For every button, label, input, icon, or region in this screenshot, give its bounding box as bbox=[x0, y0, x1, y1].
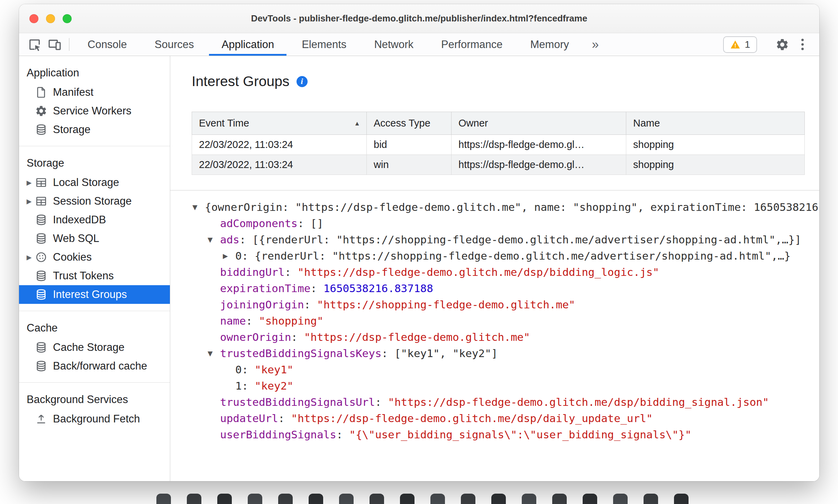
table-row[interactable]: 22/03/2022, 11:03:24winhttps://dsp-fledg… bbox=[192, 155, 805, 175]
expand-icon[interactable]: ▶ bbox=[23, 253, 35, 261]
dock-icon[interactable] bbox=[674, 494, 689, 504]
sidebar-item-service-workers[interactable]: Service Workers bbox=[19, 102, 170, 120]
sidebar-item-manifest[interactable]: Manifest bbox=[19, 83, 170, 102]
collapse-icon[interactable]: ▼ bbox=[208, 349, 220, 357]
tree-line: 0: "key1" bbox=[192, 361, 819, 377]
dock-icon[interactable] bbox=[156, 494, 171, 504]
sidebar-section-header-background-services[interactable]: Background Services bbox=[19, 390, 170, 410]
table-header-row: Event Time▲Access TypeOwnerName bbox=[192, 112, 805, 135]
sidebar-item-label: Local Storage bbox=[53, 176, 119, 189]
issues-badge[interactable]: 1 bbox=[723, 36, 757, 53]
dock-icon[interactable] bbox=[491, 494, 506, 504]
minimize-button[interactable] bbox=[46, 14, 55, 23]
column-header-event-time[interactable]: Event Time▲ bbox=[192, 112, 367, 135]
sidebar-item-label: Back/forward cache bbox=[53, 360, 147, 372]
sidebar-item-cache-storage[interactable]: Cache Storage bbox=[19, 338, 170, 357]
expand-icon[interactable]: ▶ bbox=[223, 252, 235, 260]
tab-application[interactable]: Application bbox=[208, 33, 288, 56]
menu-button[interactable] bbox=[792, 39, 812, 50]
sidebar-item-session-storage[interactable]: ▶Session Storage bbox=[19, 192, 170, 211]
column-header-name[interactable]: Name bbox=[626, 112, 805, 135]
tab-performance[interactable]: Performance bbox=[427, 33, 516, 56]
dock-icon[interactable] bbox=[187, 494, 201, 504]
dock-icon[interactable] bbox=[248, 494, 262, 504]
sidebar-section-background-services: Background ServicesBackground Fetch bbox=[19, 382, 170, 435]
tree-segment-plain: : ["key1", "key2"] bbox=[382, 347, 498, 360]
more-tabs-button[interactable]: » bbox=[583, 33, 608, 56]
dock-icon[interactable] bbox=[400, 494, 415, 504]
sidebar-section-application: ApplicationManifestService WorkersStorag… bbox=[19, 56, 170, 146]
sidebar-item-storage[interactable]: Storage bbox=[19, 120, 170, 139]
close-button[interactable] bbox=[29, 14, 38, 23]
tree-segment-plain: : bbox=[375, 396, 388, 408]
toolbar-right: 1 bbox=[723, 33, 819, 56]
tree-line: ownerOrigin: "https://dsp-fledge-demo.gl… bbox=[192, 329, 819, 345]
tree-segment-string: "key2" bbox=[255, 380, 293, 392]
tree-segment-plain: {ownerOrigin: "https://dsp-fledge-demo.g… bbox=[205, 201, 819, 213]
sidebar-item-local-storage[interactable]: ▶Local Storage bbox=[19, 173, 170, 192]
sidebar-item-cookies[interactable]: ▶Cookies bbox=[19, 248, 170, 267]
tree-line: ▶0: {renderUrl: "https://shopping-fledge… bbox=[192, 248, 819, 264]
application-sidebar: ApplicationManifestService WorkersStorag… bbox=[19, 56, 170, 481]
zoom-button[interactable] bbox=[63, 14, 72, 23]
dock-icon[interactable] bbox=[370, 494, 384, 504]
info-icon[interactable]: i bbox=[297, 76, 308, 87]
tab-elements[interactable]: Elements bbox=[288, 33, 360, 56]
page-title-text: Interest Groups bbox=[192, 73, 290, 90]
tab-network[interactable]: Network bbox=[360, 33, 427, 56]
column-header-access-type[interactable]: Access Type bbox=[367, 112, 452, 135]
collapse-icon[interactable]: ▼ bbox=[208, 236, 220, 243]
tab-memory[interactable]: Memory bbox=[517, 33, 583, 56]
sidebar-item-web-sql[interactable]: Web SQL bbox=[19, 229, 170, 248]
dock-icon[interactable] bbox=[278, 494, 293, 504]
dock-icon[interactable] bbox=[613, 494, 628, 504]
cell-owner: https://dsp-fledge-demo.gl… bbox=[452, 155, 626, 175]
tree-segment-key: trustedBiddingSignalsKeys bbox=[220, 347, 382, 360]
dock-icon[interactable] bbox=[430, 494, 445, 504]
column-header-owner[interactable]: Owner bbox=[452, 112, 626, 135]
cell-name: shopping bbox=[626, 155, 805, 175]
tree-segment-plain: : [{renderUrl: "https://shopping-fledge-… bbox=[239, 233, 801, 246]
sidebar-item-indexeddb[interactable]: IndexedDB bbox=[19, 211, 170, 229]
sidebar-item-label: Web SQL bbox=[53, 232, 99, 245]
table-icon bbox=[35, 176, 47, 189]
column-label: Access Type bbox=[374, 118, 430, 129]
dock-icon[interactable] bbox=[583, 494, 597, 504]
dock-icon[interactable] bbox=[552, 494, 567, 504]
table-row[interactable]: 22/03/2022, 11:03:24bidhttps://dsp-fledg… bbox=[192, 135, 805, 155]
sidebar-section-storage: Storage▶Local Storage▶Session StorageInd… bbox=[19, 146, 170, 311]
tree-line: biddingUrl: "https://dsp-fledge-demo.gli… bbox=[192, 264, 819, 280]
tab-sources[interactable]: Sources bbox=[141, 33, 208, 56]
sidebar-section-header-storage[interactable]: Storage bbox=[19, 153, 170, 173]
dock-icon[interactable] bbox=[339, 494, 354, 504]
expand-icon[interactable]: ▶ bbox=[23, 197, 35, 205]
device-toolbar-button[interactable] bbox=[45, 33, 65, 56]
expand-icon[interactable]: ▶ bbox=[23, 179, 35, 187]
sidebar-item-background-fetch[interactable]: Background Fetch bbox=[19, 410, 170, 428]
interest-groups-panel: Interest Groups i Event Time▲Access Type… bbox=[170, 56, 819, 481]
cookie-icon bbox=[35, 251, 47, 263]
sidebar-item-label: Interest Groups bbox=[53, 288, 127, 301]
dock-icon[interactable] bbox=[309, 494, 323, 504]
sidebar-section-header-application[interactable]: Application bbox=[19, 63, 170, 83]
tree-segment-string: "https://dsp-fledge-demo.glitch.me" bbox=[304, 331, 530, 343]
dock-icon[interactable] bbox=[217, 494, 232, 504]
sidebar-item-trust-tokens[interactable]: Trust Tokens bbox=[19, 267, 170, 285]
tree-segment-plain: : bbox=[278, 412, 291, 424]
window-title: DevTools - publisher-fledge-demo.glitch.… bbox=[251, 13, 587, 24]
dock-icon[interactable] bbox=[644, 494, 658, 504]
sidebar-item-back-forward-cache[interactable]: Back/forward cache bbox=[19, 357, 170, 375]
sidebar-section-header-cache[interactable]: Cache bbox=[19, 318, 170, 338]
settings-button[interactable] bbox=[772, 38, 792, 52]
sidebar-item-interest-groups[interactable]: Interest Groups bbox=[19, 285, 170, 304]
tree-segment-plain: : [] bbox=[298, 217, 324, 230]
collapse-icon[interactable]: ▼ bbox=[192, 203, 205, 211]
tab-console[interactable]: Console bbox=[74, 33, 141, 56]
sidebar-item-label: Trust Tokens bbox=[53, 270, 114, 282]
tree-line: userBiddingSignals: "{\"user_bidding_sig… bbox=[192, 426, 819, 442]
dock-icon[interactable] bbox=[461, 494, 475, 504]
tree-segment-key: trustedBiddingSignalsUrl bbox=[220, 396, 375, 408]
inspect-element-button[interactable] bbox=[25, 33, 45, 56]
database-icon bbox=[35, 288, 47, 301]
dock-icon[interactable] bbox=[522, 494, 536, 504]
